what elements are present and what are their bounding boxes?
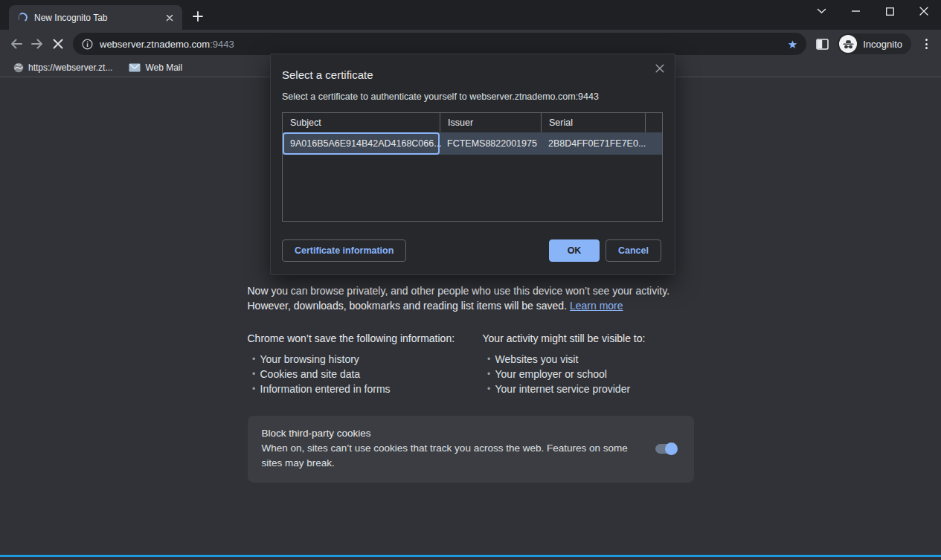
list-item: •Information entered in forms [248, 382, 483, 396]
address-bar[interactable]: webserver.ztnademo.com:9443 ★ [73, 33, 806, 55]
visible-to-heading: Your activity might still be visible to: [483, 331, 694, 346]
wont-save-heading: Chrome won’t save the following informat… [248, 331, 483, 346]
close-window-button[interactable] [907, 0, 941, 22]
cookies-card: Block third-party cookies When on, sites… [248, 416, 694, 483]
tab-strip: New Incognito Tab [0, 0, 941, 30]
stop-loading-button[interactable] [48, 33, 68, 54]
info-columns: Chrome won’t save the following informat… [248, 331, 694, 396]
list-item: •Your browsing history [248, 352, 483, 367]
minimize-button[interactable] [838, 0, 873, 22]
bookmark-item-webserver[interactable]: https://webserver.zt... [7, 61, 118, 74]
mail-icon [129, 63, 141, 72]
serial-cell: 2B8D4FF0E71FE7E0... [541, 132, 645, 155]
window-controls [804, 0, 941, 22]
cookies-card-body: When on, sites can’t use cookies that tr… [262, 441, 645, 471]
bookmark-item-webmail[interactable]: Web Mail [123, 61, 188, 74]
dialog-subtitle: Select a certificate to authenticate you… [282, 91, 599, 102]
list-item: •Cookies and site data [248, 367, 483, 382]
learn-more-link[interactable]: Learn more [570, 300, 623, 312]
subject-column-header: Subject [283, 113, 440, 132]
globe-icon [13, 62, 24, 73]
certificate-row-selected[interactable]: 9A016B5A6E914B42AD4168C066... FCTEMS8822… [283, 132, 662, 155]
dialog-title: Select a certificate [282, 68, 373, 81]
bottom-edge-highlight [0, 555, 941, 557]
bookmark-label: Web Mail [145, 62, 182, 73]
site-info-icon[interactable] [82, 39, 93, 50]
tab-close-icon[interactable] [163, 11, 176, 25]
cookies-card-title: Block third-party cookies [262, 426, 645, 441]
toggle-thumb [665, 442, 678, 455]
issuer-cell: FCTEMS8822001975 [440, 132, 541, 155]
new-tab-button[interactable] [187, 6, 208, 27]
dialog-close-icon[interactable] [652, 61, 667, 76]
url-port: :9443 [210, 39, 234, 50]
url-text: webserver.ztnademo.com:9443 [100, 39, 786, 50]
dialog-buttons: Certificate information OK Cancel [282, 239, 661, 262]
visible-to-column: Your activity might still be visible to:… [483, 331, 694, 396]
side-panel-button[interactable] [811, 33, 833, 54]
ok-button[interactable]: OK [549, 239, 600, 262]
list-item: •Websites you visit [483, 352, 694, 367]
cookies-toggle[interactable] [655, 444, 676, 454]
bullet-icon: • [483, 367, 495, 382]
incognito-icon [839, 35, 857, 53]
subject-cell: 9A016B5A6E914B42AD4168C066... [283, 132, 440, 155]
bullet-icon: • [483, 382, 495, 396]
bookmark-label: https://webserver.zt... [28, 62, 112, 73]
menu-button[interactable] [917, 33, 935, 54]
bookmark-star-icon[interactable]: ★ [786, 37, 799, 51]
window-chevron-button[interactable] [804, 0, 838, 22]
certificate-table: Subject Issuer Serial 9A016B5A6E914B42AD… [282, 112, 663, 222]
bullet-icon: • [483, 352, 495, 367]
browser-window: New Incognito Tab [0, 0, 941, 560]
list-item: •Your internet service provider [483, 382, 694, 396]
certificate-dialog: Select a certificate Select a certificat… [270, 54, 675, 275]
bullet-icon: • [248, 352, 260, 367]
tab-new-incognito[interactable]: New Incognito Tab [9, 5, 182, 30]
visible-to-list: •Websites you visit •Your employer or sc… [483, 352, 694, 396]
wont-save-column: Chrome won’t save the following informat… [248, 331, 483, 396]
intro-text: Now you can browse privately, and other … [248, 283, 694, 313]
serial-column-header: Serial [541, 113, 645, 132]
forward-button[interactable] [27, 33, 48, 54]
empty-column-header [645, 113, 662, 132]
tab-title: New Incognito Tab [34, 13, 163, 23]
issuer-column-header: Issuer [440, 113, 541, 132]
empty-cell [645, 132, 662, 155]
certificate-information-button[interactable]: Certificate information [282, 239, 406, 262]
incognito-label: Incognito [863, 39, 902, 50]
back-button[interactable] [6, 33, 27, 54]
incognito-badge[interactable]: Incognito [838, 33, 911, 54]
bullet-icon: • [248, 367, 260, 382]
list-item: •Your employer or school [483, 367, 694, 382]
table-header-row: Subject Issuer Serial [283, 113, 662, 132]
loading-spinner-icon [17, 12, 28, 23]
bullet-icon: • [248, 382, 260, 396]
maximize-button[interactable] [873, 0, 907, 22]
wont-save-list: •Your browsing history •Cookies and site… [248, 352, 483, 396]
cancel-button[interactable]: Cancel [606, 239, 661, 262]
url-host: webserver.ztnademo.com [100, 39, 210, 50]
